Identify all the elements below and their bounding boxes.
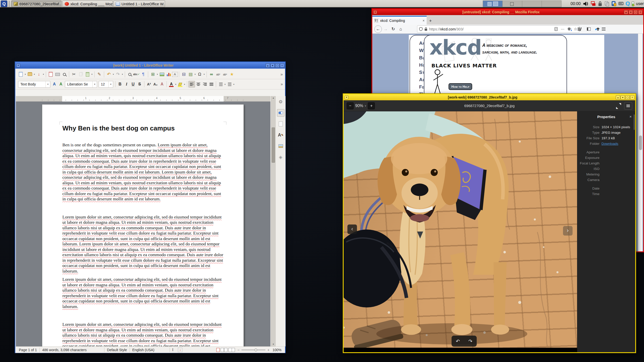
print-preview-button[interactable] [61,71,68,78]
shade-button[interactable]: ▴ [616,95,620,100]
maximize-button[interactable]: ▢ [275,63,279,68]
insert-image-button[interactable] [158,71,165,78]
devices-icon[interactable] [611,1,617,7]
window-menu-icon[interactable]: ▾ [16,64,20,67]
fullscreen-icon[interactable] [617,104,621,108]
window-menu-icon[interactable]: ▾ [373,10,377,14]
zoom-in-icon[interactable]: + [267,348,269,352]
highlight-color-button[interactable] [177,81,183,87]
bold-button[interactable]: B [117,81,123,87]
tab-xkcd[interactable]: xkcd: Compiling × [372,16,427,25]
bookmark-button[interactable]: ★ [228,71,235,78]
zoom-slider-thumb[interactable] [255,348,257,351]
close-button[interactable]: × [280,63,284,68]
zoom-out-icon[interactable]: − [237,348,239,352]
downloads-icon[interactable]: ↓ [570,27,572,31]
firefox-scrollbar[interactable] [638,34,642,251]
new-document-button[interactable] [17,71,24,78]
text-language[interactable]: English (USA) [132,348,154,352]
redo-button[interactable]: ↷ [114,71,121,78]
photo-dog[interactable]: ‹ › ↶ ↷ [344,111,577,348]
writer-titlebar[interactable]: ▾ [work] Untitled 1 - LibreOffice Writer… [15,62,285,69]
shade-button[interactable]: ▴ [266,63,270,68]
zoom-out-button[interactable]: − [347,102,354,109]
zoom-percent[interactable]: 100% [272,348,281,352]
undo-button[interactable]: ↶ [105,71,112,78]
next-image-button[interactable]: › [563,226,573,236]
horizontal-ruler[interactable]: 1 2 3 4 5 6 7 [16,96,270,102]
volume-icon[interactable] [583,1,589,6]
page-break-button[interactable]: ⊟ [180,71,187,78]
sidebar-properties-icon[interactable] [277,109,285,117]
minimize-button[interactable]: ▾ [621,95,625,100]
insert-mode-indicator[interactable]: I [172,348,174,352]
taskbar-window-libreoffice[interactable]: Untitled 1 - LibreOffice W... [113,1,165,7]
document-page[interactable]: Why Ben is the best dog on campus Ben is… [42,104,244,346]
workspace-1[interactable] [483,1,503,7]
subscript-button[interactable]: A₂ [152,81,159,87]
font-name-combo[interactable]: Liberation Se▾ [65,81,97,88]
zoom-slider[interactable] [242,350,265,350]
window-menu-icon[interactable]: ▾ [345,96,348,99]
scrollbar-thumb[interactable] [272,127,275,163]
unsaved-changes-icon[interactable]: ↓ [178,348,182,352]
insert-textbox-button[interactable]: A [172,72,178,77]
hamburger-menu-icon[interactable] [602,28,606,30]
paste-button[interactable] [84,71,91,78]
insert-field-button[interactable]: ▤ [187,71,194,78]
justify-button[interactable] [208,81,215,87]
insert-table-button[interactable]: ⊞ [149,71,156,78]
workspace-4[interactable] [542,1,561,7]
workspace-2[interactable] [502,1,522,7]
document-area[interactable]: Why Ben is the best dog on campus Ben is… [16,102,270,346]
scroll-up-icon[interactable]: ▲ [271,96,275,100]
export-pdf-button[interactable] [47,71,54,78]
firefox-titlebar[interactable]: ▾ [untrusted] xkcd: Compiling __ Mozilla… [372,9,643,15]
spelling-button[interactable]: abc✓ [133,71,140,78]
rotate-right-button[interactable]: ↷ [468,338,472,344]
toolbar-overflow-button[interactable]: » [278,81,285,87]
back-button[interactable]: ← [374,25,382,33]
qubes-update-icon[interactable]: Q [625,1,631,7]
sidebar-settings-gear-icon[interactable]: ⚙ [277,98,285,106]
previous-image-button[interactable]: ‹ [347,224,357,234]
numbered-list-button[interactable] [226,81,233,87]
footnote-button[interactable]: ab¹ [215,71,222,78]
strikethrough-button[interactable]: S [136,81,143,87]
open-button[interactable] [26,71,33,78]
username-label[interactable]: user [636,0,644,8]
italic-button[interactable]: I [123,81,130,87]
viewer-titlebar[interactable]: ▾ [work-web] 6968727080_29ecef8af7_b.jpg… [344,94,635,100]
align-left-button[interactable] [188,81,195,87]
minimize-button[interactable]: ▾ [270,63,275,68]
clock[interactable]: 00:00 [571,0,581,8]
url-bar[interactable]: https://xkcd.com/303/ ⋯ ☆ [417,25,579,33]
align-right-button[interactable] [202,81,208,87]
downloads-link[interactable]: Downloads [601,141,618,147]
qubes-launcher-button[interactable]: Q [1,1,7,7]
maximize-button[interactable]: ▢ [633,10,638,14]
word-count[interactable]: 486 words, 3,098 characters [42,348,87,352]
sidebar-page-icon[interactable] [277,120,285,128]
toolbar-overflow-button[interactable]: » [278,71,285,78]
page-style[interactable]: Default Style [107,348,127,352]
scrollbar-thumb[interactable] [639,135,642,150]
workspace-3[interactable] [522,1,542,7]
sidebar-navigator-icon[interactable]: ◈ [277,153,285,161]
sidebar-gallery-icon[interactable] [277,142,285,150]
paragraph-style-combo[interactable]: Text Body▾ [18,81,50,88]
cut-button[interactable]: ✂ [70,71,77,78]
page-actions-icon[interactable]: ⋯ [561,27,565,31]
zoom-level-dropdown[interactable]: 90%∨ [355,104,366,108]
taskbar-window-firefox[interactable]: xkcd: Compiling ___ Moz... [62,1,113,7]
update-style-icon[interactable]: A [51,81,58,87]
clear-formatting-button[interactable]: A [159,81,165,87]
copy-button[interactable] [77,71,84,78]
font-color-button[interactable]: A [168,81,175,87]
rotate-left-button[interactable]: ↶ [456,338,460,344]
font-size-combo[interactable]: 12▾ [99,81,113,88]
forward-button[interactable]: → [382,25,389,33]
clipboard-icon[interactable] [604,1,610,7]
shade-button[interactable]: ▴ [624,10,628,14]
new-tab-button[interactable]: + [427,17,434,25]
